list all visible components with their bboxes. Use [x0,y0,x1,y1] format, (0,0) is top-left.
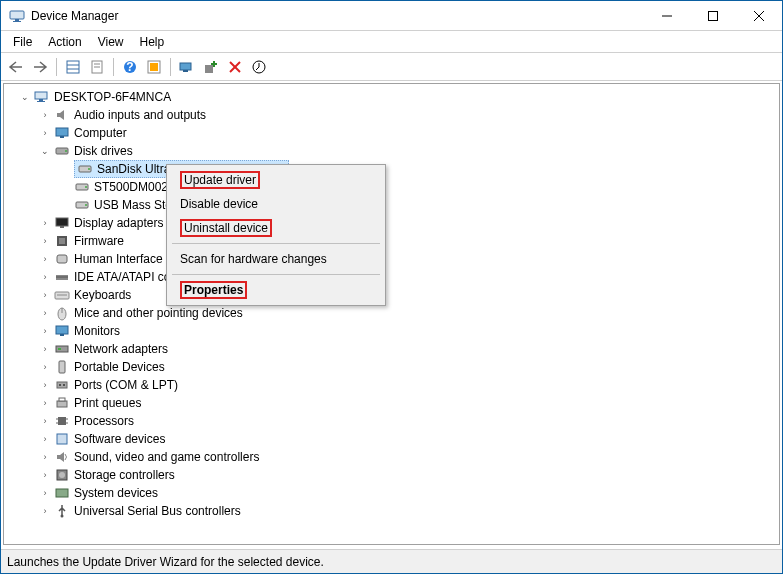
tree-item-label: Mice and other pointing devices [74,306,243,320]
tree-category[interactable]: ›Display adapters [38,214,779,232]
chevron-right-icon[interactable]: › [38,378,52,392]
chevron-right-icon[interactable]: › [38,432,52,446]
action-button[interactable] [143,56,165,78]
chevron-right-icon[interactable]: › [38,306,52,320]
scan-hardware-button[interactable] [176,56,198,78]
tree-item-label: Display adapters [74,216,163,230]
properties-button[interactable] [86,56,108,78]
disk-icon [54,143,70,159]
svg-rect-7 [67,61,79,73]
device-tree[interactable]: ⌄DESKTOP-6F4MNCA›Audio inputs and output… [3,83,780,545]
chevron-right-icon[interactable]: › [38,234,52,248]
tree-category[interactable]: ›Mice and other pointing devices [38,304,779,322]
tree-category[interactable]: ›Processors [38,412,779,430]
drive-icon [77,161,93,177]
svg-rect-65 [56,489,68,497]
usb-icon [54,503,70,519]
ctx-uninstall-device[interactable]: Uninstall device [170,216,382,240]
show-hide-tree-button[interactable] [62,56,84,78]
maximize-button[interactable] [690,1,736,31]
ctx-properties[interactable]: Properties [170,278,382,302]
svg-rect-39 [59,238,65,244]
chevron-right-icon[interactable]: › [38,216,52,230]
chevron-right-icon[interactable]: › [38,396,52,410]
mouse-icon [54,305,70,321]
svg-rect-18 [183,70,188,72]
computer-icon [54,125,70,141]
chevron-right-icon[interactable]: › [38,108,52,122]
minimize-button[interactable] [644,1,690,31]
monitor-icon [54,323,70,339]
sound-icon [54,449,70,465]
tree-category[interactable]: ›Print queues [38,394,779,412]
tree-item-label: Sound, video and game controllers [74,450,259,464]
chevron-right-icon[interactable]: › [38,126,52,140]
menu-action[interactable]: Action [40,33,89,51]
chevron-right-icon[interactable]: › [38,468,52,482]
tree-category[interactable]: ›Network adapters [38,340,779,358]
window-title: Device Manager [31,9,644,23]
tree-item-label: Computer [74,126,127,140]
tree-category[interactable]: ›Storage controllers [38,466,779,484]
tree-category[interactable]: ›Ports (COM & LPT) [38,376,779,394]
chevron-right-icon[interactable]: › [38,486,52,500]
menu-file[interactable]: File [5,33,40,51]
uninstall-button[interactable] [224,56,246,78]
chevron-right-icon[interactable]: › [38,324,52,338]
chevron-down-icon[interactable]: ⌄ [38,144,52,158]
tree-category[interactable]: ›System devices [38,484,779,502]
chevron-right-icon[interactable]: › [38,360,52,374]
chevron-right-icon[interactable]: › [38,504,52,518]
tree-item-label: Print queues [74,396,141,410]
forward-button[interactable] [29,56,51,78]
menu-help[interactable]: Help [132,33,173,51]
close-button[interactable] [736,1,782,31]
tree-root-node[interactable]: ⌄DESKTOP-6F4MNCA [18,88,779,106]
ctx-disable-device[interactable]: Disable device [170,192,382,216]
tree-category[interactable]: ›Sound, video and game controllers [38,448,779,466]
tree-item-label: Portable Devices [74,360,165,374]
hid-icon [54,251,70,267]
tree-category[interactable]: ›IDE ATA/ATAPI controllers [38,268,779,286]
tree-category[interactable]: ›Portable Devices [38,358,779,376]
tree-category[interactable]: ›Human Interface Devices [38,250,779,268]
chevron-right-icon[interactable]: › [38,342,52,356]
chevron-right-icon[interactable]: › [38,414,52,428]
svg-point-29 [65,150,67,152]
update-driver-button[interactable] [248,56,270,78]
tree-category[interactable]: ›Universal Serial Bus controllers [38,502,779,520]
chevron-right-icon[interactable]: › [38,270,52,284]
tree-item-label: Storage controllers [74,468,175,482]
tree-category[interactable]: ›Monitors [38,322,779,340]
tree-item-label: Ports (COM & LPT) [74,378,178,392]
tree-category[interactable]: ›Software devices [38,430,779,448]
software-icon [54,431,70,447]
statusbar-text: Launches the Update Driver Wizard for th… [7,555,324,569]
tree-item-label: Monitors [74,324,120,338]
svg-rect-0 [10,11,24,19]
tree-category[interactable]: ›Firmware [38,232,779,250]
tree-item-label: Audio inputs and outputs [74,108,206,122]
help-button[interactable]: ? [119,56,141,78]
chevron-right-icon[interactable]: › [38,252,52,266]
ctx-update-driver[interactable]: Update driver [170,168,382,192]
tree-category[interactable]: ›Audio inputs and outputs [38,106,779,124]
tree-category[interactable]: ›Computer [38,124,779,142]
app-icon [9,8,25,24]
svg-rect-1 [15,19,19,21]
display-icon [54,215,70,231]
menu-view[interactable]: View [90,33,132,51]
add-legacy-button[interactable] [200,56,222,78]
chevron-right-icon[interactable]: › [38,288,52,302]
tree-category[interactable]: ⌄Disk drives [38,142,779,160]
svg-rect-49 [56,346,68,352]
ctx-separator [172,274,380,275]
ctx-scan-hardware[interactable]: Scan for hardware changes [170,247,382,271]
svg-rect-17 [180,63,191,70]
chevron-right-icon[interactable]: › [38,450,52,464]
computer-icon [34,89,50,105]
svg-rect-16 [150,63,158,71]
back-button[interactable] [5,56,27,78]
chevron-down-icon[interactable]: ⌄ [18,90,32,104]
tree-category[interactable]: ›Keyboards [38,286,779,304]
